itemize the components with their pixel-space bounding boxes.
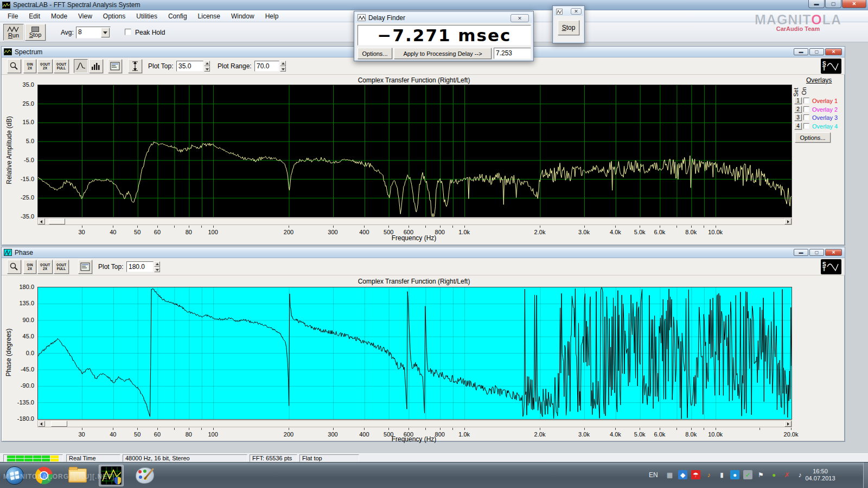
stop-button[interactable]: Stop [25,24,46,41]
phase-minimize-button[interactable]: ▬ [794,249,808,256]
taskbar-paint-button[interactable] [132,465,157,486]
phase-zoom-out-full-button[interactable]: ⚲OUTFULL [54,260,69,274]
menu-mode[interactable]: Mode [46,10,73,22]
signal-generator-icon[interactable]: ST [821,59,841,74]
overlays-options-button[interactable]: Options... [795,132,831,143]
plot-top-spinner[interactable] [204,61,210,72]
phase-titlebar[interactable]: Phase ▬ ▢ ✕ [2,247,845,258]
phase-zoom-out-2x-button[interactable]: ⚲OUT2X [37,260,53,274]
tray-sync-icon[interactable]: ◆ [678,470,687,479]
spectrum-close-button[interactable]: ✕ [825,48,842,55]
y-tick-label: 90.0 [11,317,34,323]
scroll-left-arrow-icon[interactable] [38,421,45,427]
show-desktop-button[interactable] [863,463,868,488]
x-tick-mark [660,226,660,228]
close-button[interactable]: ✕ [842,0,866,8]
minimize-button[interactable]: ▬ [808,0,825,8]
phase-zoom-in-2x-button[interactable]: ⚲IN2X [23,260,36,274]
mini-stop-titlebar[interactable]: ✕ [554,7,583,16]
delay-finder-titlebar[interactable]: Delay Finder ✕ [355,12,532,23]
tray-messenger-icon[interactable]: ● [730,470,739,479]
plot-range-input[interactable]: 70.0 [254,61,279,72]
overlay-set-button-1[interactable]: 1 [794,97,802,104]
plot-range-spinner[interactable] [280,61,286,72]
apply-delay-button[interactable]: Apply to Processing Delay --> [394,48,492,59]
overlay-on-checkbox-3[interactable] [803,114,809,120]
overlay-set-button-2[interactable]: 2 [794,106,802,113]
overlay-on-checkbox-1[interactable] [803,98,809,104]
avg-dropdown-arrow-icon[interactable] [101,28,110,37]
menu-config[interactable]: Config [163,10,193,22]
menu-utilities[interactable]: Utilities [131,10,163,22]
language-indicator[interactable]: EN [649,471,658,479]
tray-volume-orange-icon[interactable]: ♪ [704,470,713,479]
delay-input[interactable]: 7.253 [494,48,531,59]
overlay-on-checkbox-4[interactable] [803,123,809,129]
spectrum-minimize-button[interactable]: ▬ [794,48,808,55]
menu-options[interactable]: Options [98,10,131,22]
zoom-out-full-button[interactable]: ⚲OUTFULL [54,59,69,73]
overlay-set-button-3[interactable]: 3 [794,114,802,121]
spectrum-maximize-button[interactable]: ▢ [809,48,824,55]
start-button[interactable] [2,465,27,486]
menu-edit[interactable]: Edit [23,10,46,22]
delay-options-button[interactable]: Options... [358,48,392,59]
phase-display-options-button[interactable] [78,260,92,274]
taskbar-browser-button[interactable] [31,465,56,486]
y-tick-label: 180.0 [11,284,34,290]
tray-app-icon[interactable]: ▦ [665,470,674,479]
scrollbar-thumb[interactable] [51,421,67,427]
phase-plot[interactable] [37,287,792,420]
phase-hscrollbar[interactable] [37,420,792,427]
phase-close-button[interactable]: ✕ [825,249,842,256]
tray-usb-icon[interactable]: ✓ [743,470,752,479]
scroll-left-arrow-icon[interactable] [38,219,45,224]
x-tick-label: 600 [397,431,420,438]
spectrum-hscrollbar[interactable] [37,218,792,225]
tray-graphics-icon[interactable]: ● [769,470,778,479]
spectrum-plot[interactable] [37,85,792,217]
menu-help[interactable]: Help [260,10,284,22]
display-options-button[interactable] [108,59,122,73]
zoom-out-2x-button[interactable]: ⚲OUT2X [37,59,53,73]
mini-stop-button[interactable]: Stop [558,20,579,35]
menu-view[interactable]: View [73,10,98,22]
delay-finder-dialog: Delay Finder ✕ −7.271 msec Options... Ap… [354,11,534,61]
tray-battery-icon[interactable]: ▮ [717,470,726,479]
x-tick-mark [464,226,465,228]
mini-stop-close-icon[interactable]: ✕ [571,8,582,15]
delay-finder-close-icon[interactable]: ✕ [510,14,529,22]
line-plot-mode-button[interactable] [74,59,88,73]
tray-flag-icon[interactable]: ⚑ [756,470,765,479]
scrollbar-thumb[interactable] [49,219,65,224]
taskbar-explorer-button[interactable] [65,465,90,486]
menu-license[interactable]: License [193,10,226,22]
phase-zoom-button[interactable] [7,260,21,274]
zoom-in-2x-button[interactable]: ⚲IN2X [23,59,36,73]
run-button[interactable]: Run [3,24,24,41]
overlay-set-button-4[interactable]: 4 [794,123,802,130]
phase-maximize-button[interactable]: ▢ [809,249,824,256]
taskbar-clock[interactable]: 16:50 04.07.2013 [797,468,843,482]
menu-file[interactable]: File [2,10,23,22]
maximize-button[interactable]: ▢ [825,0,841,8]
plot-top-input[interactable]: 35.0 [176,61,203,72]
bar-plot-mode-button[interactable] [89,59,103,73]
taskbar-spectralab-button[interactable] [99,465,124,486]
tray-signal-icon[interactable]: ✗ [782,470,792,479]
overlay-on-checkbox-2[interactable] [803,106,809,112]
delay-value-display: −7.271 msec [358,25,531,46]
peak-hold-checkbox[interactable] [125,29,131,35]
zoom-button[interactable] [7,59,21,73]
vertical-scale-button[interactable] [128,59,142,73]
signal-generator-icon[interactable]: ST [821,259,841,274]
phase-plot-top-spinner[interactable] [154,261,160,272]
y-tick-label: -5.0 [11,157,34,163]
phase-plot-top-input[interactable]: 180.0 [126,261,154,272]
scroll-right-arrow-icon[interactable] [784,421,792,427]
menu-window[interactable]: Window [226,10,260,22]
scroll-right-arrow-icon[interactable] [784,219,792,224]
x-tick-label: 8.0k [679,431,703,438]
tray-antivirus-icon[interactable]: ☂ [691,470,700,479]
avg-dropdown[interactable]: 8 [76,27,111,38]
